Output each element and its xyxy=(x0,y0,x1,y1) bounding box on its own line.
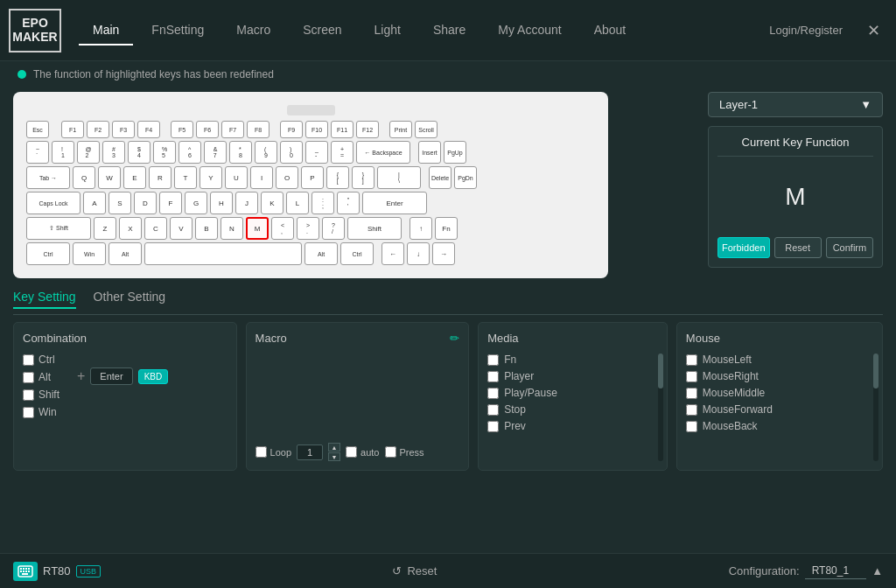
media-fn-checkbox[interactable] xyxy=(487,354,499,366)
key-x[interactable]: X xyxy=(119,217,142,240)
key-tilde[interactable]: ~` xyxy=(26,141,49,164)
win-checkbox[interactable] xyxy=(23,407,34,418)
key-6[interactable]: ^6 xyxy=(178,141,201,164)
key-print[interactable]: Print xyxy=(389,121,412,138)
layer-select[interactable]: Layer-1 ▼ xyxy=(708,92,883,117)
tab-myaccount[interactable]: My Account xyxy=(484,16,575,46)
key-delete[interactable]: Delete xyxy=(429,166,452,189)
key-7[interactable]: &7 xyxy=(204,141,227,164)
media-stop[interactable]: Stop xyxy=(487,403,658,416)
key-lbracket[interactable]: {[ xyxy=(326,166,349,189)
key-lalt[interactable]: Alt xyxy=(108,242,142,265)
key-f3[interactable]: F3 xyxy=(112,121,135,138)
mouse-left-checkbox[interactable] xyxy=(686,354,697,366)
alt-label[interactable]: Alt xyxy=(23,371,51,383)
media-prev-checkbox[interactable] xyxy=(487,421,499,432)
step-down-button[interactable]: ▼ xyxy=(328,452,340,461)
key-minus[interactable]: _- xyxy=(305,141,328,164)
key-j[interactable]: J xyxy=(235,192,258,214)
key-8[interactable]: *8 xyxy=(229,141,252,164)
key-ralt[interactable]: Alt xyxy=(304,242,338,265)
key-badge-enter[interactable]: Enter xyxy=(90,368,132,385)
alt-checkbox[interactable] xyxy=(23,372,34,383)
key-q[interactable]: Q xyxy=(73,166,95,189)
key-u[interactable]: U xyxy=(225,166,248,189)
key-f4[interactable]: F4 xyxy=(137,121,160,138)
key-scroll[interactable]: Scroll xyxy=(415,121,438,138)
key-z[interactable]: Z xyxy=(94,217,116,240)
media-prev[interactable]: Prev xyxy=(487,420,658,432)
key-h[interactable]: H xyxy=(210,192,233,214)
key-a[interactable]: A xyxy=(83,192,106,214)
key-v[interactable]: V xyxy=(170,217,192,240)
key-downarrow[interactable]: ↓ xyxy=(407,242,430,265)
mouse-right-checkbox[interactable] xyxy=(686,371,697,382)
mouse-left[interactable]: MouseLeft xyxy=(686,354,873,366)
key-fn[interactable]: Fn xyxy=(435,217,458,240)
key-insert[interactable]: Insert xyxy=(418,141,441,164)
key-2[interactable]: @2 xyxy=(77,141,100,164)
key-f10[interactable]: F10 xyxy=(305,121,328,138)
key-5[interactable]: %5 xyxy=(153,141,176,164)
media-fn[interactable]: Fn xyxy=(487,354,658,366)
config-dropdown-icon[interactable]: ▲ xyxy=(872,564,883,578)
key-equals[interactable]: += xyxy=(331,141,354,164)
mouse-forward[interactable]: MouseForward xyxy=(686,403,873,416)
macro-edit-icon[interactable]: ✏ xyxy=(450,332,459,345)
key-n[interactable]: N xyxy=(220,217,243,240)
key-uparrow[interactable]: ↑ xyxy=(410,217,432,240)
key-rctrl[interactable]: Ctrl xyxy=(340,242,374,265)
key-lshift[interactable]: ⇧ Shift xyxy=(26,217,91,240)
key-i[interactable]: I xyxy=(250,166,273,189)
key-period[interactable]: >. xyxy=(297,217,319,240)
reset-key-button[interactable]: Reset xyxy=(774,237,822,258)
forbidden-button[interactable]: Forbidden xyxy=(718,237,770,258)
key-slash[interactable]: ?/ xyxy=(322,217,345,240)
win-label[interactable]: Win xyxy=(23,406,57,418)
key-f6[interactable]: F6 xyxy=(196,121,219,138)
media-scrollbar[interactable] xyxy=(658,354,663,461)
key-3[interactable]: #3 xyxy=(102,141,125,164)
key-l[interactable]: L xyxy=(286,192,309,214)
shift-label[interactable]: Shift xyxy=(23,388,60,401)
key-b[interactable]: B xyxy=(195,217,218,240)
key-lwin[interactable]: Win xyxy=(73,242,106,265)
tab-main[interactable]: Main xyxy=(79,16,133,46)
media-player-checkbox[interactable] xyxy=(487,371,499,382)
ctrl-label[interactable]: Ctrl xyxy=(23,354,55,366)
key-backspace[interactable]: ← Backspace xyxy=(356,141,410,164)
media-player[interactable]: Player xyxy=(487,370,658,382)
tab-about[interactable]: About xyxy=(580,16,640,46)
key-t[interactable]: T xyxy=(174,166,197,189)
key-f1[interactable]: F1 xyxy=(61,121,84,138)
key-e[interactable]: E xyxy=(123,166,146,189)
close-button[interactable]: ✕ xyxy=(860,18,887,44)
tab-light[interactable]: Light xyxy=(360,16,415,46)
key-p[interactable]: P xyxy=(301,166,324,189)
key-rightarrow[interactable]: → xyxy=(432,242,455,265)
key-f9[interactable]: F9 xyxy=(280,121,303,138)
login-register-link[interactable]: Login/Register xyxy=(769,24,843,37)
mouse-middle[interactable]: MouseMiddle xyxy=(686,387,873,399)
key-pgdn[interactable]: PgDn xyxy=(454,166,477,189)
key-semicolon[interactable]: :; xyxy=(312,192,334,214)
key-o[interactable]: O xyxy=(276,166,298,189)
tab-other-setting[interactable]: Other Setting xyxy=(94,290,166,309)
ctrl-checkbox[interactable] xyxy=(23,354,34,366)
key-f11[interactable]: F11 xyxy=(331,121,354,138)
auto-checkbox[interactable] xyxy=(346,446,357,458)
key-lctrl[interactable]: Ctrl xyxy=(26,242,70,265)
key-f[interactable]: F xyxy=(159,192,182,214)
key-d[interactable]: D xyxy=(134,192,157,214)
key-capslock[interactable]: Caps Lock xyxy=(26,192,80,214)
media-playpause[interactable]: Play/Pause xyxy=(487,387,658,399)
loop-checkbox[interactable] xyxy=(256,446,267,458)
mouse-forward-checkbox[interactable] xyxy=(686,404,697,416)
key-0[interactable]: )0 xyxy=(280,141,303,164)
key-4[interactable]: $4 xyxy=(128,141,150,164)
loop-checkbox-label[interactable]: Loop xyxy=(256,446,291,458)
key-m[interactable]: M xyxy=(246,217,269,240)
key-f12[interactable]: F12 xyxy=(356,121,379,138)
mouse-middle-checkbox[interactable] xyxy=(686,388,697,399)
key-f8[interactable]: F8 xyxy=(247,121,270,138)
